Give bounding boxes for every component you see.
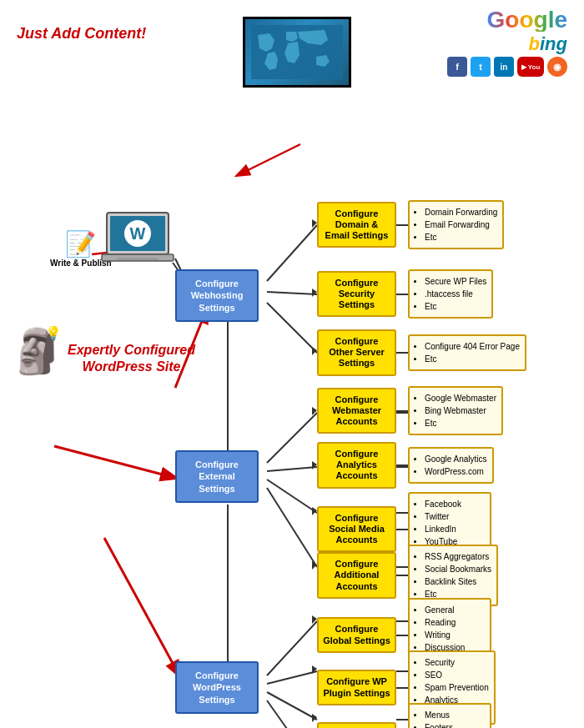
- svg-line-10: [267, 692, 317, 720]
- additional-bullets: RSS Aggregators Social Bookmarks Backlin…: [408, 545, 498, 606]
- linkedin-icon[interactable]: in: [494, 57, 514, 77]
- wp-plugin-box[interactable]: Configure WP Plugin Settings: [317, 670, 396, 705]
- svg-line-8: [267, 621, 317, 675]
- svg-line-11: [267, 700, 317, 728]
- svg-rect-48: [117, 258, 159, 260]
- just-add-content-label: Just Add Content!: [17, 25, 146, 43]
- svg-line-4: [267, 413, 317, 463]
- svg-line-9: [267, 671, 317, 684]
- security-group: Configure Security Settings Secure WP Fi…: [317, 269, 493, 319]
- google-logo: Google: [487, 8, 567, 32]
- main-container: Just Add Content! Google: [0, 0, 584, 728]
- webmaster-group: Configure Webmaster Accounts Google Webm…: [317, 386, 503, 435]
- additional-box[interactable]: Configure Additional Accounts: [317, 552, 396, 599]
- svg-line-3: [267, 303, 317, 353]
- other-server-group: Configure Other Server Settings Configur…: [317, 329, 526, 376]
- configure-wordpress-box[interactable]: Configure WordPress Settings: [175, 661, 259, 714]
- expertly-configured-label: Expertly Configured WordPress Site: [58, 342, 204, 375]
- svg-text:W: W: [130, 224, 146, 243]
- analytics-group: Configure Analytics Accounts Google Anal…: [317, 442, 494, 489]
- security-box[interactable]: Configure Security Settings: [317, 271, 396, 318]
- other-server-box[interactable]: Configure Other Server Settings: [317, 329, 396, 376]
- h-connector-6: [396, 529, 408, 530]
- svg-line-31: [104, 538, 179, 675]
- svg-line-30: [54, 446, 175, 478]
- h-connector-4: [396, 410, 408, 412]
- h-connector-7: [396, 575, 408, 576]
- diagram-wrapper: 📝 Write & Publish W 🗿 💡 Expertly Configu…: [8, 88, 576, 728]
- lightbulb-icon: 💡: [45, 325, 62, 341]
- svg-line-7: [267, 488, 317, 567]
- youtube-icon[interactable]: ▶ You: [517, 57, 544, 77]
- wp-theme-box[interactable]: Configure WP Theme Settings: [317, 722, 396, 728]
- svg-line-5: [267, 467, 317, 471]
- wp-theme-group: Configure WP Theme Settings Menus Footer…: [317, 703, 491, 728]
- other-server-bullets: Configure 404 Error Page Etc: [408, 334, 526, 371]
- twitter-icon[interactable]: t: [471, 57, 491, 77]
- h-connector-1: [396, 224, 408, 226]
- additional-group: Configure Additional Accounts RSS Aggreg…: [317, 545, 498, 606]
- svg-line-27: [238, 144, 300, 175]
- domain-email-bullets: Domain Forwarding Email Forwarding Etc: [408, 200, 504, 249]
- wp-theme-bullets: Menus Footers Navigation Social Sharing …: [408, 703, 491, 728]
- global-box[interactable]: Configure Global Settings: [317, 617, 396, 652]
- facebook-icon[interactable]: f: [447, 57, 467, 77]
- configure-webhosting-box[interactable]: Configure Webhosting Settings: [175, 269, 259, 322]
- wp-laptop: W: [100, 211, 175, 269]
- analytics-bullets: Google Analytics WordPress.com: [408, 447, 494, 484]
- top-section: Just Add Content! Google: [0, 0, 584, 88]
- h-connector-8: [396, 635, 408, 636]
- configure-external-box[interactable]: Configure External Settings: [175, 450, 259, 503]
- webmaster-box[interactable]: Configure Webmaster Accounts: [317, 388, 396, 434]
- top-right-logos: Google bing f t in ▶ You ◉: [447, 8, 567, 77]
- domain-email-group: Configure Domain & Email Settings Domain…: [317, 200, 504, 249]
- h-connector-5: [396, 464, 408, 466]
- h-connector-2: [396, 294, 408, 295]
- h-connector-3: [396, 352, 408, 354]
- domain-email-box[interactable]: Configure Domain & Email Settings: [317, 202, 396, 249]
- svg-line-6: [267, 479, 317, 513]
- world-map: [243, 17, 351, 88]
- webmaster-bullets: Google Webmaster Bing Webmaster Etc: [408, 386, 503, 435]
- svg-line-2: [267, 292, 317, 294]
- svg-line-1: [267, 225, 317, 281]
- h-connector-9: [396, 687, 408, 689]
- social-icons-row: f t in ▶ You ◉: [447, 57, 567, 77]
- analytics-box[interactable]: Configure Analytics Accounts: [317, 442, 396, 489]
- rss-icon[interactable]: ◉: [547, 57, 567, 77]
- security-bullets: Secure WP Files .htaccess file Etc: [408, 269, 493, 319]
- bing-logo: bing: [529, 35, 567, 53]
